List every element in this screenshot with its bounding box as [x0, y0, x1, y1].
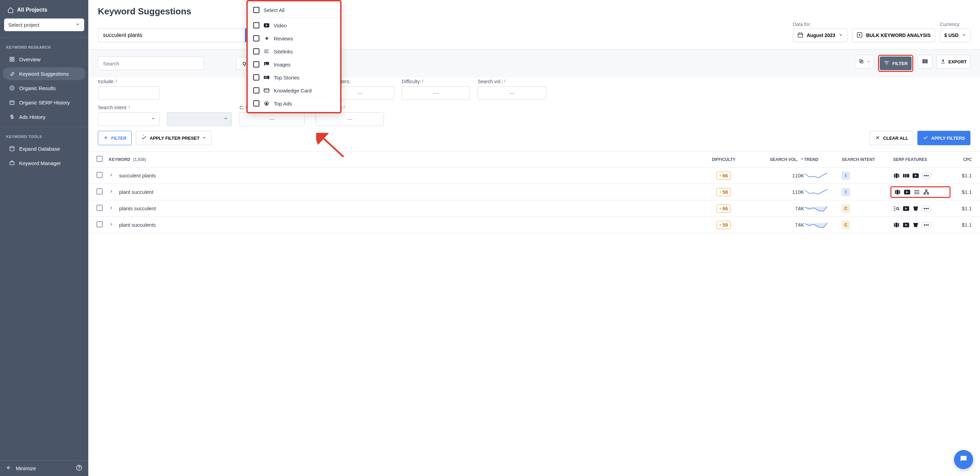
calendar-icon	[797, 32, 803, 39]
keyword-text[interactable]: plant succulents	[119, 222, 156, 228]
table-row: plants succulent 66 74K C ••• $1.1	[88, 200, 980, 217]
expand-chevron-icon[interactable]	[109, 206, 116, 211]
sidebar-item-serp-history[interactable]: Organic SERP History	[3, 96, 86, 109]
cpc-input[interactable]: —	[240, 112, 305, 126]
svg-point-75	[265, 63, 266, 64]
select-all-checkbox[interactable]	[97, 156, 103, 162]
project-select[interactable]: Select project	[4, 19, 84, 31]
plus-icon	[103, 135, 108, 141]
expand-chevron-icon[interactable]	[109, 189, 116, 195]
intent-badge: C	[842, 204, 850, 212]
sidebar-item-keyword-suggestions[interactable]: Keyword Suggestions	[3, 67, 86, 80]
col-search-vol[interactable]: SEARCH VOL.	[770, 157, 798, 162]
competition-input[interactable]: —	[315, 112, 384, 126]
svg-rect-76	[264, 76, 265, 79]
svg-rect-10	[10, 162, 14, 165]
featured-snippet-icon	[893, 206, 900, 211]
difficulty-badge: 58	[716, 188, 731, 196]
shopping-icon	[912, 222, 919, 228]
table-search-input[interactable]	[98, 56, 204, 70]
keyword-text[interactable]: plant succulent	[119, 189, 153, 195]
searchvol-input[interactable]: —	[478, 86, 546, 100]
table-row: plant succulents 59 74K C ••• $1.1	[88, 217, 980, 233]
columns-icon	[922, 58, 928, 65]
plus-box-icon	[856, 32, 862, 39]
date-picker[interactable]: August 2023	[793, 29, 847, 42]
sidebar-item-organic-results[interactable]: Organic Results	[3, 81, 86, 94]
bulk-analysis-button[interactable]: BULK KEYWORD ANALYSIS	[852, 29, 935, 42]
difficulty-input[interactable]: —	[402, 86, 470, 100]
col-search-intent[interactable]: SEARCH INTENT	[842, 157, 893, 162]
cpc-value: $1.1	[962, 173, 972, 179]
dropdown-item-images[interactable]: Images	[248, 58, 340, 71]
dropdown-select-all[interactable]: Select All	[248, 3, 340, 18]
row-checkbox[interactable]	[97, 188, 103, 195]
apply-filters-button[interactable]: APPLY FILTERS	[917, 131, 970, 145]
filter-add-button[interactable]: FILTER	[98, 131, 132, 145]
expand-chevron-icon[interactable]	[109, 222, 116, 228]
chevron-down-icon	[800, 157, 804, 162]
searchintent-select[interactable]	[98, 112, 159, 126]
sidebar-item-label: Overview	[19, 56, 41, 62]
dropdown-item-video[interactable]: Video	[248, 19, 340, 32]
columns-button[interactable]	[917, 55, 932, 69]
svg-rect-44	[895, 190, 896, 194]
expand-chevron-icon[interactable]	[109, 173, 116, 179]
dropdown-item-topstories[interactable]: Top Stories	[248, 71, 340, 84]
section-header-tools: KEYWORD TOOLS	[0, 130, 88, 141]
sidebar-item-expand-db[interactable]: Expand Database	[3, 142, 86, 155]
volume-value: 110K	[792, 173, 804, 179]
table-row: plant succulent 58 110K I $1.1	[88, 184, 980, 200]
dropdown-item-topads[interactable]: $ Top Ads	[248, 97, 340, 110]
col-keyword[interactable]: KEYWORD	[109, 157, 130, 162]
dropdown-item-knowledgecard[interactable]: Knowledge Card	[248, 84, 340, 97]
currency-label: Currency:	[940, 22, 970, 27]
chat-fab[interactable]	[954, 450, 973, 469]
keyword-text[interactable]: succulent plants	[119, 173, 156, 179]
dropdown-item-label: Knowledge Card	[274, 88, 312, 94]
export-button[interactable]: EXPORT	[937, 55, 970, 69]
copy-icon	[859, 59, 864, 65]
svg-rect-30	[926, 59, 927, 63]
sidebar-item-overview[interactable]: Overview	[3, 53, 86, 66]
sidebar-item-keyword-manager[interactable]: Keyword Manager	[3, 157, 86, 169]
more-icon[interactable]: •••	[922, 173, 931, 179]
all-projects-label: All Projects	[17, 7, 47, 13]
currency-select[interactable]: $ USD	[940, 29, 970, 42]
more-icon[interactable]: •••	[922, 222, 931, 228]
volume-value: 74K	[795, 222, 804, 228]
video-icon	[904, 189, 910, 195]
filter-toggle-button[interactable]: FILTER	[880, 56, 912, 70]
include-input[interactable]	[98, 86, 159, 100]
keyword-search-input[interactable]	[98, 29, 245, 42]
video-icon	[903, 222, 910, 228]
row-checkbox[interactable]	[97, 221, 103, 227]
minimize-label: Minimize	[16, 465, 36, 471]
intent-badge: C	[842, 221, 850, 229]
svg-rect-77	[266, 76, 267, 79]
row-checkbox[interactable]	[97, 205, 103, 211]
checkbox-icon	[253, 100, 259, 107]
row-checkbox[interactable]	[97, 172, 103, 178]
col-trend[interactable]: TREND	[804, 157, 842, 162]
keyword-text[interactable]: plants succulent	[119, 206, 156, 211]
dropdown-item-sitelinks[interactable]: Sitelinks	[248, 45, 340, 58]
copy-button[interactable]	[855, 55, 874, 69]
serp-features-select[interactable]	[167, 112, 232, 126]
more-icon[interactable]: •••	[922, 206, 931, 212]
sidebar-item-ads-history[interactable]: Ads History	[3, 110, 86, 123]
col-difficulty[interactable]: DIFFICULTY	[702, 157, 746, 162]
col-cpc[interactable]: CPC	[948, 157, 972, 162]
dropdown-item-reviews[interactable]: ★ Reviews	[248, 32, 340, 45]
minimize-button[interactable]: Minimize	[6, 465, 36, 471]
intent-badge: I	[842, 188, 850, 196]
help-icon[interactable]	[76, 465, 82, 472]
chevron-down-icon	[151, 116, 156, 122]
col-serp-features[interactable]: SERP FEATURES	[893, 157, 948, 162]
clear-all-button[interactable]: CLEAR ALL	[870, 131, 913, 145]
svg-rect-6	[10, 101, 14, 104]
apply-preset-button[interactable]: APPLY FILTER PRESET	[136, 131, 212, 145]
export-label: EXPORT	[948, 59, 967, 64]
currency-value: $ USD	[944, 32, 958, 38]
all-projects-link[interactable]: All Projects	[4, 5, 84, 15]
